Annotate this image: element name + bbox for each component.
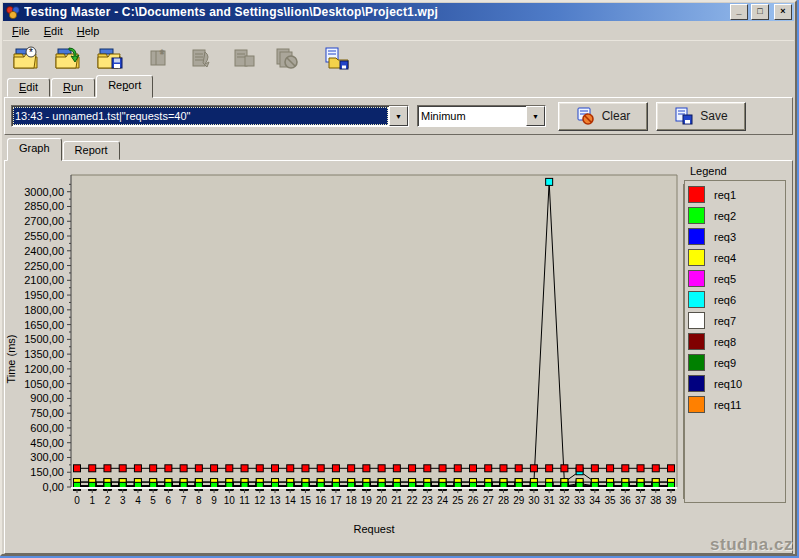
svg-text:1: 1	[89, 495, 95, 506]
tab-graph[interactable]: Graph	[7, 138, 62, 161]
marker-req1	[195, 465, 202, 472]
marker-req1	[409, 465, 416, 472]
open-project-button[interactable]	[49, 42, 87, 74]
svg-text:38: 38	[650, 495, 662, 506]
marker-req1	[241, 465, 248, 472]
legend-swatch-req11	[688, 396, 705, 413]
svg-text:39: 39	[665, 495, 677, 506]
legend-swatch-req4	[688, 249, 705, 266]
svg-text:23: 23	[422, 495, 434, 506]
svg-text:12: 12	[254, 495, 266, 506]
delete-report-button	[267, 42, 305, 74]
marker-req1	[332, 465, 339, 472]
svg-text:34: 34	[589, 495, 601, 506]
new-project-button[interactable]: *	[7, 42, 45, 74]
svg-text:37: 37	[635, 495, 647, 506]
save-project-folder-icon	[97, 46, 123, 70]
history-combobox[interactable]: 13:43 - unnamed1.tst|"requests=40" ▼	[11, 105, 409, 127]
clear-button[interactable]: Clear	[558, 102, 648, 131]
y-axis-title: Time (ms)	[5, 329, 17, 389]
svg-text:18: 18	[346, 495, 358, 506]
marker-req1	[363, 465, 370, 472]
legend-swatch-req8	[688, 333, 705, 350]
app-window: Testing Master - C:\Documents and Settin…	[0, 0, 797, 556]
svg-text:2700,00: 2700,00	[24, 215, 64, 227]
graph-panel: 0,00150,00300,00450,00600,00750,00900,00…	[4, 160, 793, 554]
marker-req1	[515, 465, 522, 472]
svg-text:33: 33	[574, 495, 586, 506]
edit-test-icon	[231, 46, 257, 70]
marker-req1	[378, 465, 385, 472]
legend-item-req2: req2	[688, 205, 785, 226]
menu-help[interactable]: Help	[70, 23, 107, 39]
marker-req1	[652, 465, 659, 472]
marker-req1	[226, 465, 233, 472]
legend-item-req1: req1	[688, 184, 785, 205]
run-test-button	[183, 42, 221, 74]
metric-combobox[interactable]: Minimum ▼	[417, 105, 546, 127]
metric-combobox-arrow[interactable]: ▼	[526, 106, 545, 126]
svg-text:4: 4	[135, 495, 141, 506]
marker-req1	[637, 465, 644, 472]
tab-run[interactable]: Run	[51, 78, 95, 97]
tab-edit[interactable]: Edit	[7, 78, 50, 97]
clear-button-label: Clear	[602, 109, 631, 123]
marker-req1	[211, 465, 218, 472]
save-button[interactable]: Save	[656, 102, 746, 131]
menu-edit[interactable]: Edit	[37, 23, 70, 39]
legend-swatch-req6	[688, 291, 705, 308]
legend-label: req5	[714, 273, 736, 285]
svg-text:2100,00: 2100,00	[24, 274, 64, 286]
svg-text:1500,00: 1500,00	[24, 333, 64, 345]
marker-req1	[165, 465, 172, 472]
legend-label: req4	[714, 252, 736, 264]
legend-item-req10: req10	[688, 373, 785, 394]
svg-text:300,00: 300,00	[30, 451, 64, 463]
marker-req1	[272, 465, 279, 472]
save-project-button[interactable]	[91, 42, 129, 74]
svg-text:*: *	[160, 49, 164, 60]
svg-text:1800,00: 1800,00	[24, 304, 64, 316]
mode-tabstrip: Edit Run Report	[3, 75, 794, 97]
view-tabstrip: Graph Report	[3, 138, 794, 160]
svg-text:20: 20	[376, 495, 388, 506]
tab-report-view[interactable]: Report	[63, 141, 120, 160]
svg-text:1050,00: 1050,00	[24, 378, 64, 390]
legend-swatch-req3	[688, 228, 705, 245]
legend-swatch-req2	[688, 207, 705, 224]
title-bar[interactable]: Testing Master - C:\Documents and Settin…	[3, 3, 794, 21]
save-report-button-toolbar[interactable]	[317, 42, 355, 74]
marker-req1	[150, 465, 157, 472]
svg-text:150,00: 150,00	[30, 466, 64, 478]
metric-combobox-value: Minimum	[419, 107, 525, 125]
svg-text:25: 25	[452, 495, 464, 506]
close-button[interactable]: ×	[774, 4, 792, 20]
svg-text:36: 36	[620, 495, 632, 506]
legend-label: req8	[714, 336, 736, 348]
minimize-button[interactable]: _	[730, 4, 748, 20]
delete-report-icon	[273, 46, 299, 70]
legend-label: req2	[714, 210, 736, 222]
svg-text:11: 11	[239, 495, 250, 506]
svg-text:22: 22	[407, 495, 419, 506]
legend-item-req3: req3	[688, 226, 785, 247]
marker-req1	[134, 465, 141, 472]
maximize-button[interactable]: □	[751, 4, 769, 20]
app-icon	[5, 4, 21, 20]
legend-title: Legend	[684, 163, 786, 180]
marker-req1	[470, 465, 477, 472]
tab-report[interactable]: Report	[96, 75, 153, 98]
svg-text:2850,00: 2850,00	[24, 200, 64, 212]
watermark: studna.cz	[710, 535, 793, 555]
history-combobox-value: 13:43 - unnamed1.tst|"requests=40"	[13, 107, 388, 125]
svg-text:2550,00: 2550,00	[24, 230, 64, 242]
marker-req1	[607, 465, 614, 472]
svg-text:0,00: 0,00	[43, 481, 64, 493]
menu-file[interactable]: File	[5, 23, 37, 39]
legend-item-req6: req6	[688, 289, 785, 310]
history-combobox-arrow[interactable]: ▼	[389, 106, 408, 126]
svg-text:16: 16	[315, 495, 327, 506]
marker-req1	[561, 465, 568, 472]
new-test-icon: *	[147, 46, 173, 70]
svg-text:28: 28	[498, 495, 510, 506]
